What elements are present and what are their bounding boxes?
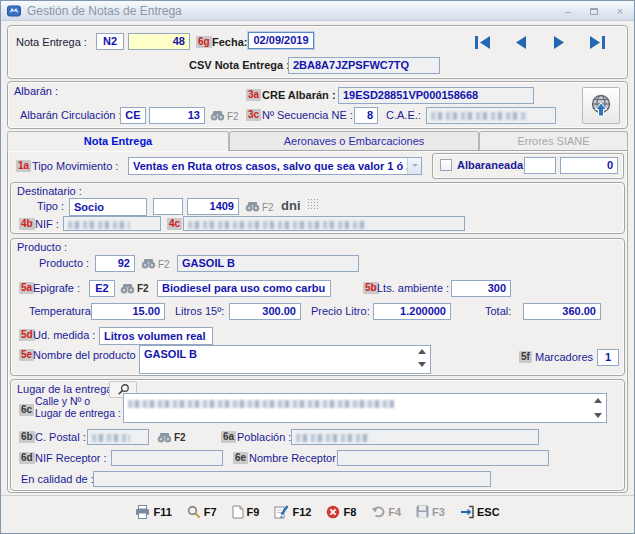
circulacion-tipo-field[interactable]: CE: [120, 107, 146, 124]
scroll-up-icon[interactable]: [418, 349, 426, 354]
edit-button[interactable]: F12: [274, 505, 311, 519]
total-field[interactable]: 360.00: [523, 303, 601, 320]
nombre-producto-textarea[interactable]: GASOIL B: [139, 345, 431, 374]
delete-button[interactable]: F8: [326, 505, 356, 519]
poblacion-label: Población :: [237, 431, 291, 443]
albaraneada-numero-field[interactable]: 0: [560, 157, 618, 174]
globe-upload-icon: [589, 94, 613, 118]
scroll-down-icon[interactable]: [418, 362, 426, 367]
precio-litro-field[interactable]: 1.200000: [373, 303, 451, 320]
nif-receptor-label: NIF Receptor :: [35, 452, 107, 464]
calle-textarea[interactable]: [123, 393, 607, 423]
previous-record-button[interactable]: [508, 33, 534, 51]
epigrafe-field[interactable]: E2: [89, 280, 115, 297]
albaran-panel: Albarán : 3a CRE Albarán : 19ESD28851VP0…: [7, 81, 628, 129]
producto-label: Producto :: [39, 257, 89, 269]
epigrafe-badge: 5a: [19, 282, 34, 294]
nif-field[interactable]: [63, 216, 161, 231]
binoculars-icon[interactable]: [141, 258, 156, 269]
poblacion-field[interactable]: [291, 429, 539, 445]
cp-label: C. Postal :: [35, 431, 86, 443]
socio-numero-field[interactable]: 1409: [187, 198, 239, 215]
marcadores-field[interactable]: 1: [597, 349, 619, 366]
f2-hint: F2: [137, 283, 149, 294]
ud-medida-select[interactable]: Litros volumen real: [99, 327, 213, 345]
window-title: Gestión de Notas de Entrega: [27, 4, 554, 18]
precio-litro-label: Precio Litro:: [311, 305, 370, 317]
dni-label: dni: [281, 198, 301, 213]
header-panel: Nota Entrega : N2 48 6g Fecha: 02/09/201…: [7, 25, 628, 79]
next-record-button[interactable]: [546, 33, 572, 51]
previous-record-icon: [514, 35, 528, 50]
fecha-field[interactable]: 02/09/2019: [248, 32, 314, 49]
undo-button: F4: [371, 505, 401, 518]
cae-label: C.A.E.:: [386, 109, 421, 121]
nombre-receptor-field[interactable]: [337, 450, 549, 466]
producto-caption: Producto :: [17, 241, 67, 253]
tab-aeronaves[interactable]: Aeronaves o Embarcaciones: [229, 131, 479, 150]
albaraneada-checkbox[interactable]: [440, 159, 452, 171]
dni-scan-icon[interactable]: [307, 198, 320, 211]
serie-field[interactable]: N2: [96, 33, 124, 50]
litros15-field[interactable]: 300.00: [229, 303, 301, 320]
total-label: Total:: [485, 305, 511, 317]
maximize-icon[interactable]: [586, 5, 602, 17]
cp-badge: 6b: [19, 431, 35, 443]
secuencia-label: Nº Secuencia NE :: [262, 109, 353, 121]
secuencia-field[interactable]: 8: [354, 107, 378, 124]
save-button: F3: [416, 505, 445, 518]
fecha-badge: 6g: [196, 36, 212, 48]
socio-serie-field[interactable]: [153, 198, 183, 215]
binoculars-icon[interactable]: [120, 283, 135, 294]
nombre-producto-badge: 5e: [19, 349, 34, 361]
cae-field[interactable]: [426, 107, 556, 124]
litros15-label: Litros 15º:: [175, 305, 224, 317]
last-record-button[interactable]: [584, 33, 610, 51]
albaraneada-serie-field[interactable]: [524, 157, 556, 174]
undo-icon: [371, 505, 385, 518]
tab-nota-entrega[interactable]: Nota Entrega: [7, 131, 229, 151]
scroll-down-icon[interactable]: [594, 413, 602, 418]
f2-hint: F2: [227, 111, 239, 122]
toolbar-label: F11: [153, 506, 171, 518]
cp-field[interactable]: [87, 429, 149, 445]
fecha-label: Fecha:: [212, 36, 247, 48]
numero-field[interactable]: 48: [128, 33, 190, 50]
tipo-destinatario-select[interactable]: Socio: [69, 198, 147, 216]
producto-codigo-field[interactable]: 92: [95, 255, 135, 272]
csv-field[interactable]: 2BA8A7JZPSFWC7TQ: [288, 57, 440, 74]
tab-bar: Nota Entrega Aeronaves o Embarcaciones E…: [7, 131, 628, 150]
upload-siane-button[interactable]: [582, 87, 620, 124]
f2-hint: F2: [158, 259, 170, 270]
marcadores-label: Marcadores :: [535, 351, 599, 363]
exit-button[interactable]: ESC: [460, 505, 500, 519]
producto-nombre-field[interactable]: GASOIL B: [177, 255, 359, 272]
binoculars-icon[interactable]: [210, 110, 225, 121]
cre-albaran-field[interactable]: 19ESD28851VP000158668: [338, 87, 534, 104]
calle-badge: 6c: [19, 404, 34, 416]
tipo-movimiento-dropdown-icon[interactable]: [407, 158, 421, 174]
binoculars-icon[interactable]: [157, 432, 172, 443]
first-record-button[interactable]: [470, 33, 496, 51]
scroll-up-icon[interactable]: [594, 398, 602, 403]
nombre-producto-label: Nombre del producto :: [33, 349, 142, 361]
binoculars-icon[interactable]: [245, 201, 260, 212]
minimize-icon[interactable]: –: [560, 5, 576, 17]
new-button[interactable]: F9: [232, 505, 260, 519]
tipo-movimiento-select[interactable]: Ventas en Ruta otros casos, salvo que se…: [128, 157, 422, 175]
search-button[interactable]: F7: [187, 505, 217, 519]
close-icon[interactable]: ×: [612, 5, 628, 17]
nif-receptor-field[interactable]: [111, 450, 223, 466]
nombre-destinatario-field[interactable]: [183, 216, 465, 231]
epigrafe-descripcion-field[interactable]: Biodiesel para uso como carbu: [157, 280, 331, 297]
en-calidad-field[interactable]: [93, 471, 491, 487]
albaran-circulacion-label: Albarán Circulación :: [20, 109, 122, 121]
cre-badge: 3a: [246, 89, 261, 101]
lts-ambiente-field[interactable]: 300: [451, 280, 511, 297]
temperatura-field[interactable]: 15.00: [91, 303, 165, 320]
producto-panel: Producto : Producto : 92 F2 GASOIL B 5a …: [10, 238, 625, 376]
print-button[interactable]: F11: [135, 505, 171, 519]
lugar-entrega-caption: Lugar de la entrega:: [17, 383, 115, 395]
redacted-value: [188, 221, 368, 229]
circulacion-numero-field[interactable]: 13: [149, 107, 205, 124]
